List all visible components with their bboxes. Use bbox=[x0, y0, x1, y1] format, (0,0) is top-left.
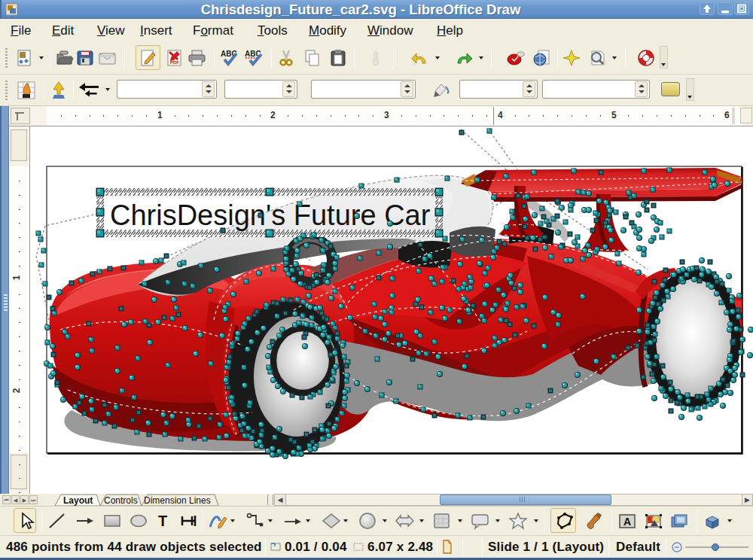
svg-text:A: A bbox=[623, 516, 631, 528]
svg-text:Layout: Layout bbox=[63, 495, 93, 506]
svg-text:T: T bbox=[158, 513, 167, 529]
svg-text:PDF: PDF bbox=[170, 60, 179, 65]
svg-text:ChrisDesign's Future Car: ChrisDesign's Future Car bbox=[110, 199, 431, 231]
svg-text:Controls: Controls bbox=[104, 495, 138, 506]
svg-text:Dimension Lines: Dimension Lines bbox=[144, 495, 211, 506]
